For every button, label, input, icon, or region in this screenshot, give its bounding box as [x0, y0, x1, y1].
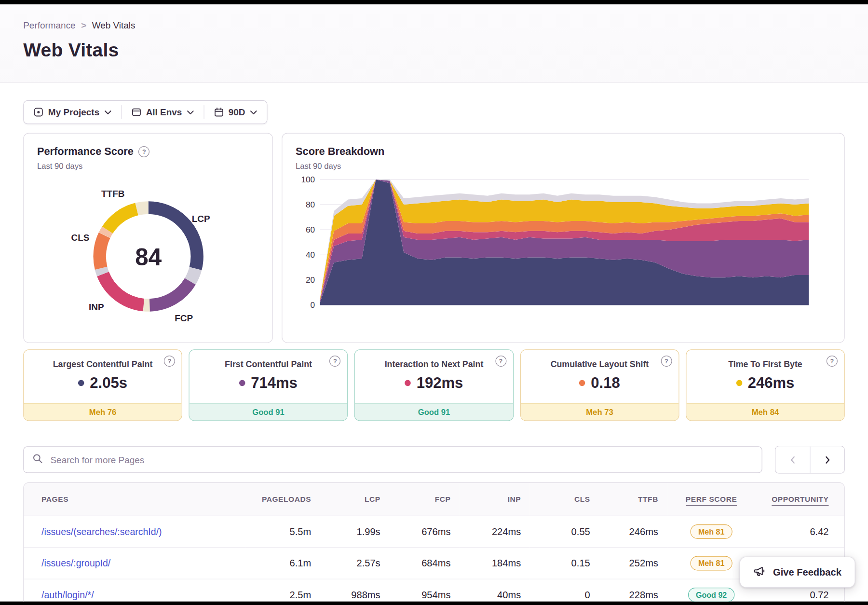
vital-value: 0.18 [591, 374, 620, 392]
column-header-ttfb[interactable]: TTFB [599, 483, 667, 516]
page-link[interactable]: /issues/(searches/:searchId/) [41, 526, 162, 537]
project-filter-button[interactable]: My Projects [24, 101, 121, 124]
cls-cell: 0 [530, 579, 599, 601]
vital-value: 714ms [251, 374, 298, 392]
donut-label-cls: CLS [71, 233, 90, 243]
main-content: My Projects All Envs [0, 82, 868, 602]
fcp-cell: 954ms [389, 579, 460, 601]
column-header-inp[interactable]: INP [460, 483, 530, 516]
lcp-cell: 1.99s [320, 516, 389, 547]
column-header-cls[interactable]: CLS [530, 483, 599, 516]
search-input[interactable] [49, 454, 753, 466]
lcp-cell: 988ms [320, 579, 389, 601]
y-axis-tick-label: 100 [301, 175, 315, 184]
vital-color-dot [78, 380, 84, 386]
page-link[interactable]: /auth/login/*/ [41, 590, 94, 600]
megaphone-icon [754, 564, 766, 579]
column-header-pageloads[interactable]: PAGELOADS [245, 483, 320, 516]
help-icon[interactable]: ? [661, 356, 672, 367]
ttfb-cell: 228ms [599, 579, 667, 601]
help-icon[interactable]: ? [138, 146, 149, 157]
previous-page-button[interactable] [775, 446, 810, 473]
date-range-filter-button[interactable]: 90D [204, 101, 267, 124]
ttfb-cell: 246ms [599, 516, 667, 547]
vital-value: 192ms [417, 374, 463, 392]
donut-label-fcp: FCP [175, 313, 193, 324]
performance-score-subtitle: Last 90 days [24, 158, 272, 170]
score-breakdown-title: Score Breakdown [296, 146, 384, 158]
vitals-cards-row: ? Largest Contentful Paint 2.05s Meh 76 … [23, 349, 845, 421]
vital-color-dot [579, 380, 585, 386]
table-row[interactable]: /auth/login/*/2.5m988ms954ms40ms0228msGo… [24, 579, 844, 601]
y-axis-tick-label: 20 [306, 275, 315, 285]
vital-status-badge[interactable]: Good 91 [190, 403, 347, 421]
page-link[interactable]: /issues/:groupId/ [41, 558, 110, 569]
help-icon[interactable]: ? [495, 356, 506, 367]
search-input-wrap [23, 446, 762, 473]
panels-row: Performance Score ? Last 90 days 84 TTFB… [23, 133, 845, 343]
performance-score-value: 84 [135, 244, 162, 271]
pageloads-cell: 5.5m [245, 516, 320, 547]
donut-label-inp: INP [89, 302, 104, 313]
breadcrumb-performance[interactable]: Performance [23, 20, 75, 30]
page-header: Performance > Web Vitals Web Vitals [0, 4, 868, 82]
fcp-cell: 676ms [389, 516, 460, 547]
environment-filter-label: All Envs [146, 107, 182, 118]
next-page-button[interactable] [810, 446, 844, 473]
y-axis-tick-label: 60 [306, 225, 315, 234]
table-row[interactable]: /issues/(searches/:searchId/)5.5m1.99s67… [24, 516, 844, 547]
vital-title: Cumulative Layout Shift [521, 359, 678, 370]
y-axis-tick-label: 80 [306, 200, 315, 209]
vital-value: 2.05s [90, 374, 127, 392]
help-icon[interactable]: ? [827, 356, 838, 367]
vital-color-dot [405, 380, 411, 386]
vital-status-badge[interactable]: Meh 76 [24, 403, 181, 421]
pagination [775, 446, 845, 473]
pageloads-cell: 2.5m [245, 579, 320, 601]
date-range-filter-label: 90D [229, 107, 245, 118]
calendar-icon [214, 108, 224, 117]
projects-icon [34, 108, 43, 117]
table-row[interactable]: /issues/:groupId/6.1m2.57s684ms184ms0.15… [24, 548, 844, 579]
search-icon [33, 454, 43, 466]
performance-score-title: Performance Score [37, 146, 134, 158]
vital-status-badge[interactable]: Meh 73 [521, 403, 678, 421]
column-header-perf-score[interactable]: PERF SCORE [667, 483, 756, 516]
score-breakdown-chart: 020406080100 [297, 175, 812, 308]
table-header-row: PAGESPAGELOADSLCPFCPINPCLSTTFBPERF SCORE… [24, 483, 844, 516]
vital-value: 246ms [748, 374, 795, 392]
column-header-lcp[interactable]: LCP [320, 483, 389, 516]
vital-title: Interaction to Next Paint [355, 359, 513, 370]
vital-status-badge[interactable]: Meh 84 [686, 403, 844, 421]
environment-filter-button[interactable]: All Envs [122, 101, 203, 124]
column-header-fcp[interactable]: FCP [389, 483, 460, 516]
vital-title: Largest Contentful Paint [24, 359, 181, 370]
donut-label-lcp: LCP [192, 214, 210, 224]
vital-color-dot [239, 380, 245, 386]
breadcrumb-separator-icon: > [81, 20, 86, 30]
search-row [23, 446, 845, 473]
give-feedback-label: Give Feedback [773, 566, 841, 578]
page-title: Web Vitals [23, 40, 845, 61]
vital-status-badge[interactable]: Good 91 [355, 403, 513, 421]
score-breakdown-panel: Score Breakdown Last 90 days 02040608010… [282, 133, 844, 343]
give-feedback-button[interactable]: Give Feedback [740, 557, 855, 588]
chevron-down-icon [250, 110, 257, 114]
donut-label-ttfb: TTFB [101, 189, 124, 199]
chevron-down-icon [187, 110, 194, 114]
opportunity-cell: 6.42 [756, 516, 844, 547]
column-header-opportunity[interactable]: OPPORTUNITY [756, 483, 844, 516]
screen: Performance > Web Vitals Web Vitals My P… [0, 0, 868, 605]
web-vitals-page: Performance > Web Vitals Web Vitals My P… [0, 4, 868, 602]
vital-color-dot [736, 380, 743, 386]
vital-card: ? Time To First Byte 246ms Meh 84 [686, 349, 845, 421]
vital-card: ? Cumulative Layout Shift 0.18 Meh 73 [520, 349, 679, 421]
environment-icon [132, 108, 141, 117]
score-breakdown-subtitle: Last 90 days [282, 158, 844, 170]
inp-cell: 224ms [460, 516, 530, 547]
vital-card: ? First Contentful Paint 714ms Good 91 [189, 349, 348, 421]
ttfb-cell: 252ms [599, 548, 667, 579]
column-header-pages[interactable]: PAGES [24, 483, 245, 516]
pages-table: PAGESPAGELOADSLCPFCPINPCLSTTFBPERF SCORE… [23, 482, 845, 602]
vital-title: Time To First Byte [686, 359, 844, 370]
